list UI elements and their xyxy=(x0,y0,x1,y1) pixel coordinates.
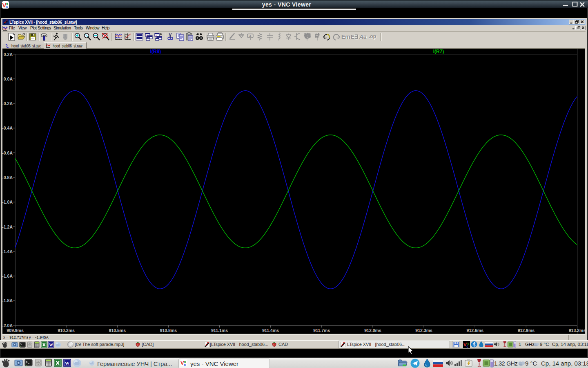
svg-text:0.0A: 0.0A xyxy=(4,76,13,81)
svg-text:-0.8A: -0.8A xyxy=(2,175,13,180)
svg-text:912.0ms: 912.0ms xyxy=(364,328,381,333)
svg-text:909.9ms: 909.9ms xyxy=(7,328,24,333)
svg-text:c: c xyxy=(184,362,186,366)
svg-text:W: W xyxy=(49,343,53,347)
svg-text:-2.0A: -2.0A xyxy=(2,323,13,328)
svg-text:I(R7): I(R7) xyxy=(433,49,444,54)
svg-text:911.7ms: 911.7ms xyxy=(313,328,330,333)
svg-text:A: A xyxy=(249,34,252,38)
svg-text:0.2A: 0.2A xyxy=(4,52,13,57)
svg-text:-1.0A: -1.0A xyxy=(2,200,13,204)
svg-text:912.3ms: 912.3ms xyxy=(415,328,432,333)
svg-text:-1.6A: -1.6A xyxy=(2,274,13,278)
svg-text:-1.8A: -1.8A xyxy=(2,298,13,303)
svg-text:911.4ms: 911.4ms xyxy=(262,328,279,333)
svg-text:I(R8): I(R8) xyxy=(150,49,161,54)
svg-text:c: c xyxy=(467,344,469,348)
svg-text:910.8ms: 910.8ms xyxy=(160,328,177,333)
svg-text:-0.4A: -0.4A xyxy=(2,126,13,130)
svg-text:910.5ms: 910.5ms xyxy=(109,328,126,333)
svg-text:911.1ms: 911.1ms xyxy=(211,328,228,333)
svg-text:910.2ms: 910.2ms xyxy=(58,328,75,333)
svg-text:913.2ms: 913.2ms xyxy=(569,328,585,333)
svg-text:W: W xyxy=(65,361,70,366)
svg-text:912.6ms: 912.6ms xyxy=(467,328,484,333)
svg-text:-0.6A: -0.6A xyxy=(2,150,13,155)
svg-text:912.9ms: 912.9ms xyxy=(518,328,535,333)
svg-text:-1.4A: -1.4A xyxy=(2,249,13,254)
svg-text:-1.2A: -1.2A xyxy=(2,224,13,229)
svg-text:-0.2A: -0.2A xyxy=(2,101,13,106)
